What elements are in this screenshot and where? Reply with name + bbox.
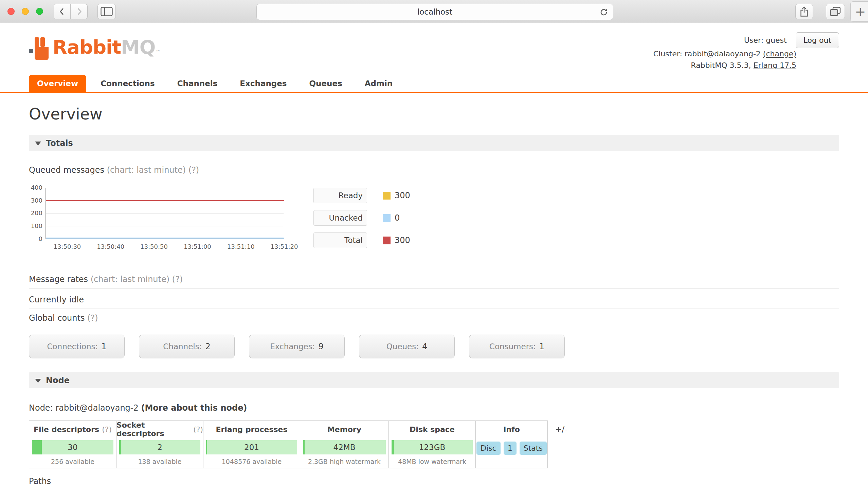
usage-bar: 2 [119, 440, 200, 454]
legend-row-total: Total 300 [313, 232, 410, 248]
rates-help-link[interactable]: (?) [172, 275, 183, 284]
socket-descriptors-cell: 2 [116, 438, 203, 456]
chevron-left-icon [59, 7, 66, 16]
socket-descriptors-available: 138 available [116, 456, 203, 468]
unacked-series-line [46, 238, 284, 239]
exchanges-count-badge: Exchanges:9 [249, 335, 345, 358]
window-zoom-button[interactable] [36, 8, 43, 15]
divider [29, 288, 839, 289]
legend-row-ready: Ready 300 [313, 188, 410, 203]
share-icon [800, 6, 809, 17]
browser-toolbar: localhost + [0, 0, 868, 23]
paths-label: Paths [29, 476, 839, 486]
reload-icon [599, 7, 609, 17]
totals-section-header[interactable]: Totals [29, 135, 839, 151]
tab-overview[interactable]: Overview [29, 75, 86, 92]
window-close-button[interactable] [7, 8, 15, 15]
logout-button[interactable]: Log out [796, 32, 839, 48]
usage-bar: 123GB [392, 440, 473, 454]
queued-help-link[interactable]: (?) [188, 165, 199, 175]
node-name-row: Node: rabbit@dalaoyang-2 (More about thi… [29, 403, 839, 413]
tab-queues[interactable]: Queues [301, 75, 350, 92]
unacked-swatch-icon [383, 214, 391, 222]
disk-watermark: 48MB low watermark [388, 456, 475, 468]
message-rates-label: Message rates (chart: last minute) (?) [29, 274, 839, 284]
global-counts-row: Connections:1 Channels:2 Exchanges:9 Que… [29, 335, 839, 358]
sidebar-toggle-button[interactable] [97, 4, 116, 19]
chevron-right-icon [76, 7, 83, 16]
fd-help-link[interactable]: (?) [102, 425, 112, 434]
tab-admin[interactable]: Admin [357, 75, 401, 92]
history-buttons [54, 4, 88, 19]
forward-button[interactable] [71, 4, 88, 19]
rabbitmq-wordmark: RabbitMQ™ [53, 34, 160, 65]
rabbitmq-logo-icon [29, 37, 49, 62]
usage-bar: 201 [206, 440, 297, 454]
consumers-count-badge: Consumers:1 [469, 335, 565, 358]
trademark-symbol: ™ [155, 49, 160, 55]
file-descriptors-available: 256 available [29, 456, 116, 468]
divider [29, 308, 839, 309]
rabbitmq-logo: RabbitMQ™ [29, 34, 160, 65]
col-header-file-descriptors: File descriptors(?) [29, 421, 116, 438]
version-label: RabbitMQ 3.5.3, Erlang 17.5 [691, 60, 796, 71]
page-header: RabbitMQ™ User: guest Log out Cluster: r… [0, 23, 868, 75]
collapse-triangle-icon [35, 379, 41, 383]
tab-channels[interactable]: Channels [169, 75, 226, 92]
share-button[interactable] [795, 4, 813, 19]
chart-legend: Ready 300 Unacked 0 Total 300 [313, 188, 410, 255]
node-columns-toggle[interactable]: +/- [555, 425, 567, 434]
back-button[interactable] [54, 4, 71, 19]
ready-swatch-icon [383, 192, 391, 200]
memory-cell: 42MB [300, 438, 388, 456]
reload-button[interactable] [599, 7, 609, 17]
x-axis-labels: 13:50:30 13:50:40 13:50:50 13:51:00 13:5… [46, 243, 284, 252]
stats-badge: Stats [520, 442, 547, 455]
page-title: Overview [29, 105, 839, 123]
tab-overview-button[interactable] [826, 4, 845, 19]
global-counts-label: Global counts (?) [29, 313, 839, 323]
file-descriptors-cell: 30 [29, 438, 116, 456]
new-tab-button[interactable]: + [850, 1, 868, 22]
user-label: User: guest [744, 36, 787, 44]
cluster-label: Cluster: rabbit@dalaoyang-2 (change) [653, 48, 796, 60]
legend-row-unacked: Unacked 0 [313, 210, 410, 226]
col-header-socket-descriptors: Socket descriptors(?) [116, 421, 203, 438]
y-axis-labels: 400 300 200 100 0 [29, 188, 42, 239]
erlang-processes-cell: 201 [203, 438, 300, 456]
connections-count-badge: Connections:1 [29, 335, 125, 358]
erlang-processes-available: 1048576 available [203, 456, 300, 468]
global-counts-help-link[interactable]: (?) [87, 313, 98, 323]
address-bar[interactable]: localhost [256, 4, 613, 20]
main-nav: Overview Connections Channels Exchanges … [0, 75, 868, 93]
erlang-version-link[interactable]: Erlang 17.5 [754, 61, 796, 70]
usage-bar: 42MB [303, 440, 386, 454]
queued-messages-chart: 400 300 200 100 0 13:50:30 13:50:40 13:5… [29, 183, 839, 253]
queues-count-badge: Queues:4 [359, 335, 455, 358]
col-header-info: Info [475, 421, 547, 438]
sd-help-link[interactable]: (?) [193, 425, 203, 434]
disk-space-cell: 123GB [388, 438, 475, 456]
tab-exchanges[interactable]: Exchanges [232, 75, 295, 92]
url-text: localhost [417, 7, 452, 16]
info-cell: Disc 1 Stats [475, 438, 547, 468]
window-minimize-button[interactable] [22, 8, 29, 15]
count-badge: 1 [504, 442, 517, 455]
plot-area [46, 188, 284, 239]
cluster-change-link[interactable]: (change) [763, 50, 796, 58]
queued-messages-label: Queued messages (chart: last minute) (?) [29, 165, 839, 175]
total-series-line [46, 200, 284, 201]
currently-idle-text: Currently idle [29, 295, 839, 305]
collapse-triangle-icon [35, 142, 41, 146]
disc-badge: Disc [476, 442, 501, 455]
memory-watermark: 2.3GB high watermark [300, 456, 388, 468]
node-section-header[interactable]: Node [29, 372, 839, 388]
col-header-erlang-processes: Erlang processes [203, 421, 300, 438]
total-swatch-icon [383, 237, 391, 244]
tab-connections[interactable]: Connections [92, 75, 163, 92]
col-header-disk-space: Disk space [388, 421, 475, 438]
col-header-memory: Memory [300, 421, 388, 438]
node-stats-table: File descriptors(?) Socket descriptors(?… [29, 420, 548, 468]
channels-count-badge: Channels:2 [139, 335, 235, 358]
more-about-node-link[interactable]: (More about this node) [141, 403, 247, 413]
